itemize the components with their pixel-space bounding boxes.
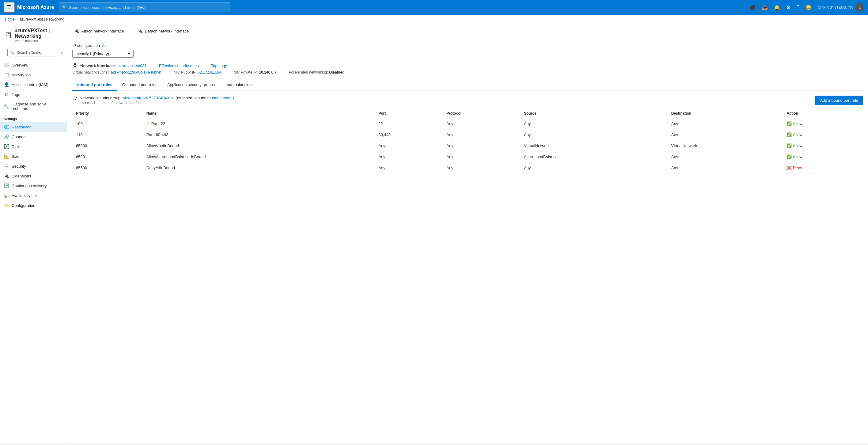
nsg-subnet-link[interactable]: aks-subnet bbox=[212, 96, 231, 100]
inbound-rules-table: Priority Name Port Protocol Source Desti… bbox=[72, 109, 863, 174]
topology-link[interactable]: Topology bbox=[211, 63, 227, 68]
sidebar-item-connect[interactable]: 🔗 Connect bbox=[0, 132, 67, 142]
col-priority: Priority bbox=[72, 109, 143, 118]
sidebar-item-security[interactable]: 🛡 Security bbox=[0, 161, 67, 171]
sidebar-item-networking[interactable]: 🌐 Networking bbox=[0, 122, 67, 132]
action-allow: ✅Allow bbox=[787, 132, 860, 137]
tags-icon: 🏷 bbox=[4, 92, 9, 97]
deny-icon: ❌ bbox=[787, 166, 792, 170]
breadcrumb-current: azureVPXTest | Networking bbox=[20, 17, 64, 22]
public-ip-link[interactable]: 52.172.41.184 bbox=[197, 70, 221, 75]
sidebar-item-diagnose[interactable]: 🔧 Diagnose and solve problems bbox=[0, 99, 67, 113]
toolbar-separator bbox=[130, 28, 131, 34]
vnet-label: Virtual network/subnet: bbox=[72, 70, 110, 75]
sidebar-item-extensions[interactable]: 🔌 Extensions bbox=[0, 171, 67, 181]
table-header: Priority Name Port Protocol Source Desti… bbox=[72, 109, 863, 118]
table-row[interactable]: 110Port_80-44380,443AnyAnyAny✅Allow bbox=[72, 129, 863, 140]
tab-outbound[interactable]: Outbound port rules bbox=[117, 79, 162, 91]
sidebar-item-label: Overview bbox=[12, 63, 28, 67]
private-ip-label: NIC Private IP: bbox=[234, 70, 258, 75]
ip-config-select[interactable]: ipconfig1 (Primary) ▾ bbox=[72, 50, 133, 58]
sidebar-item-overview[interactable]: ⬜ Overview bbox=[0, 60, 67, 70]
settings-icon[interactable]: ⚙ bbox=[784, 3, 793, 12]
cell-name: ⚠Port_22 bbox=[143, 118, 375, 129]
cell-name: Port_80-443 bbox=[143, 129, 375, 140]
nic-name-link[interactable]: azurevpxtest981 bbox=[117, 63, 147, 68]
cell-action: ❌Deny bbox=[783, 162, 863, 174]
cell-action: ✅Allow bbox=[783, 129, 863, 140]
nsg-name-link[interactable]: aks-agentpool-52290404-nsg bbox=[123, 96, 175, 100]
effective-security-rules-link[interactable]: Effective security rules bbox=[159, 63, 199, 68]
connect-icon: 🔗 bbox=[4, 134, 9, 139]
nsg-label: Network security group bbox=[80, 96, 120, 100]
cell-port: 22 bbox=[375, 118, 443, 129]
nic-row: 🖧 Network Interface: azurevpxtest981 Eff… bbox=[72, 62, 863, 69]
sidebar-item-label: Disks bbox=[12, 144, 22, 149]
cell-action: ✅Allow bbox=[783, 151, 863, 162]
tab-inbound[interactable]: Inbound port rules bbox=[72, 79, 117, 91]
main-content: 🔌 Attach network interface 🔌 Detach netw… bbox=[67, 24, 868, 443]
attach-nic-button[interactable]: 🔌 Attach network interface bbox=[72, 27, 126, 35]
cell-protocol: Any bbox=[443, 162, 520, 174]
cloud-shell-icon[interactable]: ⬛ bbox=[747, 3, 758, 12]
user-avatar[interactable]: U bbox=[856, 3, 864, 12]
nsg-row: 🛡 Network security group aks-agentpool-5… bbox=[72, 96, 863, 105]
sidebar-page-subtitle: Virtual machine bbox=[15, 39, 63, 42]
sidebar-item-activity-log[interactable]: 📋 Activity log bbox=[0, 70, 67, 80]
activity-log-icon: 📋 bbox=[4, 72, 9, 77]
cell-protocol: Any bbox=[443, 118, 520, 129]
detach-nic-button[interactable]: 🔌 Detach network interface bbox=[136, 27, 191, 35]
extensions-icon: 🔌 bbox=[4, 174, 9, 178]
cell-action: ✅Allow bbox=[783, 140, 863, 151]
ip-config-label: IP configuration ⓘ bbox=[72, 43, 863, 48]
cell-priority: 65000 bbox=[72, 140, 143, 151]
table-row[interactable]: 100⚠Port_2222AnyAnyAny✅Allow bbox=[72, 118, 863, 129]
sidebar-item-label: Activity log bbox=[12, 72, 31, 77]
account-icon[interactable]: 😊 bbox=[803, 3, 814, 12]
chevron-down-icon: ▾ bbox=[128, 52, 130, 56]
global-search[interactable]: 🔍 Search resources, services, and docs (… bbox=[59, 2, 230, 12]
sidebar-item-availability-set[interactable]: 📊 Availability set bbox=[0, 190, 67, 201]
nic-label: Network Interface: bbox=[80, 63, 115, 68]
sidebar-item-label: Access control (IAM) bbox=[12, 83, 49, 87]
add-inbound-rule-button[interactable]: Add inbound port rule bbox=[815, 96, 863, 105]
sidebar-item-continuous-delivery[interactable]: 🔄 Continuous delivery bbox=[0, 181, 67, 190]
sidebar-item-label: Diagnose and solve problems bbox=[12, 102, 63, 111]
attach-icon: 🔌 bbox=[74, 29, 80, 33]
nsg-close-paren: ) bbox=[232, 96, 234, 100]
security-icon: 🛡 bbox=[4, 164, 9, 169]
cell-destination: VirtualNetwork bbox=[668, 140, 783, 151]
feedback-icon[interactable]: 📥 bbox=[759, 3, 770, 12]
sidebar-item-tags[interactable]: 🏷 Tags bbox=[0, 89, 67, 99]
tab-load-balancing[interactable]: Load balancing bbox=[220, 79, 256, 91]
col-port: Port bbox=[375, 109, 443, 118]
help-icon[interactable]: ? bbox=[794, 3, 802, 11]
diagnose-icon: 🔧 bbox=[4, 104, 9, 109]
hamburger-icon[interactable]: ☰ bbox=[4, 2, 15, 12]
availability-icon: 📊 bbox=[4, 193, 9, 198]
sidebar-item-configuration[interactable]: 📁 Configuration bbox=[0, 201, 67, 210]
nsg-icon: 🛡 bbox=[72, 96, 77, 101]
sidebar: 🖥 azureVPXTest | Networking Virtual mach… bbox=[0, 24, 67, 443]
breadcrumb-home[interactable]: Home bbox=[5, 17, 15, 22]
action-allow: ✅Allow bbox=[787, 154, 860, 159]
notifications-icon[interactable]: 🔔 bbox=[772, 3, 782, 12]
sidebar-item-disks[interactable]: 💽 Disks bbox=[0, 142, 67, 151]
sidebar-item-size[interactable]: 📐 Size bbox=[0, 151, 67, 161]
action-deny: ❌Deny bbox=[787, 166, 860, 170]
sidebar-item-label: Extensions bbox=[12, 174, 31, 178]
table-row[interactable]: 65500DenyAllInBoundAnyAnyAnyAny❌Deny bbox=[72, 162, 863, 174]
tab-app-security[interactable]: Application security groups bbox=[162, 79, 220, 91]
cell-priority: 65500 bbox=[72, 162, 143, 174]
cell-source: Any bbox=[520, 162, 668, 174]
sidebar-search[interactable]: 🔍 Search (Cmd+/) bbox=[7, 49, 57, 56]
table-row[interactable]: 65001AllowAzureLoadBalancerInBoundAnyAny… bbox=[72, 151, 863, 162]
sidebar-item-label: Connect bbox=[12, 135, 26, 139]
sidebar-collapse-btn[interactable]: « bbox=[61, 50, 63, 55]
ip-config-info-icon[interactable]: ⓘ bbox=[102, 43, 105, 48]
allow-icon: ✅ bbox=[787, 154, 792, 159]
sidebar-item-access-control[interactable]: 👤 Access control (IAM) bbox=[0, 80, 67, 89]
table-row[interactable]: 65000AllowVnetInBoundAnyAnyVirtualNetwor… bbox=[72, 140, 863, 151]
vnet-subnet-link[interactable]: aks-vnet-52290404/aks-subnet bbox=[111, 70, 161, 75]
search-placeholder: Search resources, services, and docs (G+… bbox=[69, 5, 146, 10]
